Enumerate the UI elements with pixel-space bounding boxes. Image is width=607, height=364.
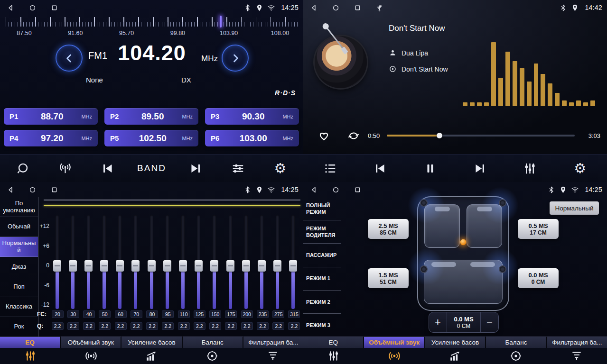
eq-band-slider[interactable] [163,215,171,309]
recents-icon[interactable] [50,4,58,12]
front-left-speaker-icon[interactable] [420,199,428,207]
band-button[interactable]: BAND [135,157,168,179]
eq-band-slider[interactable] [132,215,140,309]
tab-crossover-icon[interactable] [243,348,303,364]
tab-eq-icon[interactable] [0,348,61,364]
front-right-speaker-icon[interactable] [499,199,506,207]
tab-bass-boost-icon[interactable] [425,348,486,364]
mode-item[interactable]: РЕЖИМ ВОДИТЕЛЯ [303,220,341,244]
rear-right-speaker-icon[interactable] [499,265,506,273]
eq-band-slider[interactable] [242,215,250,309]
tune-up-button[interactable] [222,45,249,72]
back-icon[interactable] [7,186,15,194]
rear-right-delay[interactable]: 0.0 MS 0 CM [518,268,559,288]
settings-gear-icon[interactable]: ⚙ [565,157,595,179]
slider-handle[interactable] [242,260,250,272]
slider-handle[interactable] [258,260,266,272]
front-right-delay[interactable]: 0.5 MS 17 CM [518,219,559,239]
tab-surround-sound-icon[interactable] [364,348,425,364]
tab-surround-sound[interactable]: Объёмный звук [61,337,121,348]
progress-knob[interactable] [437,133,442,138]
tab-bass-boost[interactable]: Усиление басов [425,337,486,348]
slider-handle[interactable] [84,260,93,272]
eq-band-slider[interactable] [195,215,203,309]
eq-band-slider[interactable] [179,215,187,309]
back-icon[interactable] [310,4,318,12]
eq-band-slider[interactable] [211,215,218,309]
eq-band-slider[interactable] [53,215,61,309]
sound-preset-button[interactable]: Нормальный [550,201,599,215]
eq-band-slider[interactable] [289,215,297,309]
recents-icon[interactable] [50,186,58,194]
playlist-icon[interactable] [316,157,345,179]
slider-handle[interactable] [53,260,61,272]
eq-band-slider[interactable] [84,215,92,309]
eq-band-slider[interactable] [116,215,124,309]
tab-eq-icon[interactable] [303,348,364,364]
slider-handle[interactable] [116,260,124,272]
tab-bass-boost[interactable]: Усиление басов [121,337,182,348]
recents-icon[interactable] [354,4,362,12]
tab-eq[interactable]: EQ [0,337,61,348]
eq-band-slider[interactable] [69,215,76,309]
progress-bar[interactable] [387,135,575,136]
eq-sliders-icon[interactable] [515,157,545,179]
slider-handle[interactable] [210,260,218,272]
tab-surround-sound[interactable]: Объёмный звук [364,337,425,348]
slider-handle[interactable] [195,260,203,272]
home-icon[interactable] [332,4,340,12]
preset-button-p2[interactable]: P289.50MHz [104,108,198,125]
home-icon[interactable] [332,186,340,194]
previous-track-icon[interactable] [365,157,395,179]
back-icon[interactable] [310,186,318,194]
slider-handle[interactable] [226,260,234,272]
eq-band-slider[interactable] [226,215,234,309]
eq-preset-item[interactable]: Джаз [0,257,38,277]
tab-surround-sound-icon[interactable] [61,348,121,364]
eq-band-slider[interactable] [101,215,108,309]
home-icon[interactable] [28,4,37,12]
settings-gear-icon[interactable]: ⚙ [265,157,295,179]
tab-crossover[interactable]: Фильтрация ба... [243,337,303,348]
scan-icon[interactable] [9,157,38,179]
broadcast-icon[interactable] [51,157,80,179]
mode-item[interactable]: ПОЛНЫЙ РЕЖИМ [303,197,341,220]
preset-button-p3[interactable]: P390.30MHz [205,108,299,125]
tab-balance-icon[interactable] [182,348,243,364]
slider-handle[interactable] [100,260,108,272]
preset-button-p1[interactable]: P188.70MHz [4,108,98,125]
slider-handle[interactable] [289,260,297,272]
eq-band-slider[interactable] [274,215,281,309]
home-icon[interactable] [28,186,37,194]
slider-handle[interactable] [179,260,187,272]
rear-left-delay[interactable]: 1.5 MS 51 CM [368,268,409,288]
next-track-icon[interactable] [466,157,495,179]
slider-handle[interactable] [131,260,140,272]
slider-handle[interactable] [163,260,171,272]
next-station-icon[interactable] [181,157,210,179]
slider-handle[interactable] [148,260,156,272]
tune-down-button[interactable] [56,45,83,72]
tab-crossover[interactable]: Фильтрация ба... [547,337,607,348]
favorite-icon[interactable] [318,129,330,142]
eq-band-slider[interactable] [148,215,155,309]
mode-item[interactable]: РЕЖИМ 3 [303,314,341,337]
tab-eq[interactable]: EQ [303,337,364,348]
eq-preset-item[interactable]: Нормальный [0,237,38,257]
audio-mixer-icon[interactable] [223,157,252,179]
repeat-icon[interactable] [347,129,360,142]
slider-handle[interactable] [273,260,281,272]
preset-button-p6[interactable]: P6103.00MHz [205,130,299,146]
tab-balance-icon[interactable] [486,348,546,364]
eq-preset-item[interactable]: Обычай [0,217,38,237]
tab-bass-boost-icon[interactable] [121,348,182,364]
pause-icon[interactable] [415,157,445,179]
recents-icon[interactable] [354,186,362,194]
mode-item[interactable]: ПАССАЖИР [303,244,341,267]
mode-item[interactable]: РЕЖИМ 2 [303,291,341,314]
tab-balance[interactable]: Баланс [486,337,547,348]
slider-handle[interactable] [69,260,77,272]
preset-button-p4[interactable]: P497.20MHz [4,130,98,146]
tab-crossover-icon[interactable] [546,348,607,364]
previous-station-icon[interactable] [93,157,122,179]
